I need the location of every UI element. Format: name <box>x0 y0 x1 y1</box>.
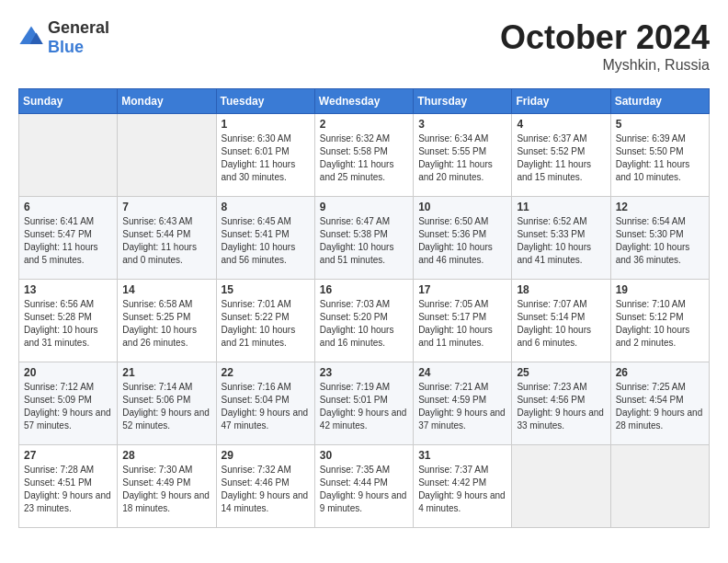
day-header-sunday: Sunday <box>19 89 118 114</box>
day-number: 3 <box>418 118 506 131</box>
calendar-cell: 8 Sunrise: 6:45 AM Sunset: 5:41 PM Dayli… <box>216 197 314 280</box>
sunset-text: Sunset: 4:51 PM <box>24 477 92 488</box>
day-info: Sunrise: 7:10 AM Sunset: 5:12 PM Dayligh… <box>616 298 704 350</box>
sunset-text: Sunset: 5:09 PM <box>24 395 92 405</box>
daylight-text: Daylight: 10 hours and 11 minutes. <box>418 325 493 348</box>
calendar-table: SundayMondayTuesdayWednesdayThursdayFrid… <box>18 88 710 528</box>
daylight-text: Daylight: 10 hours and 6 minutes. <box>517 325 591 348</box>
day-number: 11 <box>517 201 605 213</box>
calendar-cell: 28 Sunrise: 7:30 AM Sunset: 4:49 PM Dayl… <box>118 445 216 528</box>
day-info: Sunrise: 6:54 AM Sunset: 5:30 PM Dayligh… <box>616 215 704 267</box>
day-number: 31 <box>418 449 506 462</box>
logo-icon <box>18 25 44 51</box>
day-info: Sunrise: 6:56 AM Sunset: 5:28 PM Dayligh… <box>24 298 112 350</box>
sunrise-text: Sunrise: 7:25 AM <box>616 382 686 392</box>
day-number: 1 <box>222 118 310 131</box>
sunset-text: Sunset: 4:42 PM <box>418 477 486 488</box>
sunrise-text: Sunrise: 6:56 AM <box>24 299 94 309</box>
day-number: 21 <box>122 366 210 379</box>
day-header-monday: Monday <box>118 89 216 114</box>
daylight-text: Daylight: 9 hours and 4 minutes. <box>418 490 506 513</box>
calendar-cell: 4 Sunrise: 6:37 AM Sunset: 5:52 PM Dayli… <box>512 114 610 197</box>
calendar-cell: 3 Sunrise: 6:34 AM Sunset: 5:55 PM Dayli… <box>414 114 512 197</box>
day-number: 30 <box>320 449 408 462</box>
calendar-week-2: 6 Sunrise: 6:41 AM Sunset: 5:47 PM Dayli… <box>19 197 710 280</box>
calendar-cell: 16 Sunrise: 7:03 AM Sunset: 5:20 PM Dayl… <box>314 280 413 362</box>
sunset-text: Sunset: 5:22 PM <box>222 312 290 322</box>
daylight-text: Daylight: 9 hours and 42 minutes. <box>320 408 407 431</box>
calendar-cell: 17 Sunrise: 7:05 AM Sunset: 5:17 PM Dayl… <box>414 280 512 362</box>
day-info: Sunrise: 7:32 AM Sunset: 4:46 PM Dayligh… <box>222 464 310 515</box>
daylight-text: Daylight: 10 hours and 26 minutes. <box>122 325 197 348</box>
day-info: Sunrise: 6:41 AM Sunset: 5:47 PM Dayligh… <box>24 215 112 267</box>
day-number: 18 <box>517 283 605 296</box>
title-area: October 2024 Myshkin, Russia <box>500 18 710 74</box>
calendar-cell <box>512 445 610 528</box>
daylight-text: Daylight: 10 hours and 41 minutes. <box>517 242 591 265</box>
sunset-text: Sunset: 4:59 PM <box>418 395 486 405</box>
day-number: 12 <box>616 201 704 213</box>
sunrise-text: Sunrise: 6:34 AM <box>418 133 488 144</box>
daylight-text: Daylight: 9 hours and 9 minutes. <box>320 490 407 513</box>
day-number: 19 <box>616 283 704 296</box>
day-info: Sunrise: 6:32 AM Sunset: 5:58 PM Dayligh… <box>320 132 408 184</box>
sunrise-text: Sunrise: 7:16 AM <box>222 382 291 392</box>
daylight-text: Daylight: 9 hours and 47 minutes. <box>222 408 309 431</box>
daylight-text: Daylight: 10 hours and 56 minutes. <box>222 242 296 265</box>
daylight-text: Daylight: 10 hours and 2 minutes. <box>616 325 690 348</box>
day-header-saturday: Saturday <box>610 89 709 114</box>
day-number: 5 <box>616 118 704 131</box>
day-number: 10 <box>418 201 506 213</box>
day-info: Sunrise: 7:07 AM Sunset: 5:14 PM Dayligh… <box>517 298 605 350</box>
sunset-text: Sunset: 5:33 PM <box>517 229 585 239</box>
day-number: 29 <box>222 449 310 462</box>
sunset-text: Sunset: 5:58 PM <box>320 146 388 156</box>
day-number: 16 <box>320 283 408 296</box>
sunrise-text: Sunrise: 6:50 AM <box>418 216 488 226</box>
calendar-week-3: 13 Sunrise: 6:56 AM Sunset: 5:28 PM Dayl… <box>19 280 710 362</box>
calendar-cell: 2 Sunrise: 6:32 AM Sunset: 5:58 PM Dayli… <box>314 114 413 197</box>
sunset-text: Sunset: 4:54 PM <box>616 395 684 405</box>
calendar-cell: 5 Sunrise: 6:39 AM Sunset: 5:50 PM Dayli… <box>610 114 709 197</box>
calendar-cell: 24 Sunrise: 7:21 AM Sunset: 4:59 PM Dayl… <box>414 362 512 445</box>
sunrise-text: Sunrise: 7:19 AM <box>320 382 390 392</box>
day-number: 23 <box>320 366 408 379</box>
sunrise-text: Sunrise: 6:32 AM <box>320 133 390 144</box>
day-number: 2 <box>320 118 408 131</box>
page-header: General Blue October 2024 Myshkin, Russi… <box>18 18 710 74</box>
logo-text-blue: Blue <box>48 38 84 56</box>
sunset-text: Sunset: 5:41 PM <box>222 229 290 239</box>
sunrise-text: Sunrise: 6:39 AM <box>616 133 686 144</box>
calendar-cell: 13 Sunrise: 6:56 AM Sunset: 5:28 PM Dayl… <box>19 280 118 362</box>
calendar-cell: 27 Sunrise: 7:28 AM Sunset: 4:51 PM Dayl… <box>19 445 118 528</box>
sunrise-text: Sunrise: 7:37 AM <box>418 465 488 475</box>
sunrise-text: Sunrise: 7:23 AM <box>517 382 586 392</box>
sunrise-text: Sunrise: 7:21 AM <box>418 382 488 392</box>
day-info: Sunrise: 7:03 AM Sunset: 5:20 PM Dayligh… <box>320 298 408 350</box>
calendar-cell: 15 Sunrise: 7:01 AM Sunset: 5:22 PM Dayl… <box>216 280 314 362</box>
day-number: 14 <box>122 283 210 296</box>
daylight-text: Daylight: 10 hours and 36 minutes. <box>616 242 690 265</box>
day-info: Sunrise: 7:16 AM Sunset: 5:04 PM Dayligh… <box>222 381 310 432</box>
calendar-cell: 30 Sunrise: 7:35 AM Sunset: 4:44 PM Dayl… <box>314 445 413 528</box>
daylight-text: Daylight: 11 hours and 25 minutes. <box>320 159 394 182</box>
sunset-text: Sunset: 5:17 PM <box>418 312 486 322</box>
calendar-cell: 1 Sunrise: 6:30 AM Sunset: 6:01 PM Dayli… <box>216 114 314 197</box>
daylight-text: Daylight: 9 hours and 52 minutes. <box>122 408 210 431</box>
sunset-text: Sunset: 5:25 PM <box>122 312 190 322</box>
day-number: 4 <box>517 118 605 131</box>
sunset-text: Sunset: 5:55 PM <box>418 146 486 156</box>
sunrise-text: Sunrise: 7:10 AM <box>616 299 686 309</box>
calendar-week-4: 20 Sunrise: 7:12 AM Sunset: 5:09 PM Dayl… <box>19 362 710 445</box>
logo-text-general: General <box>48 18 109 37</box>
day-number: 6 <box>24 201 112 213</box>
sunrise-text: Sunrise: 7:12 AM <box>24 382 94 392</box>
calendar-cell: 26 Sunrise: 7:25 AM Sunset: 4:54 PM Dayl… <box>610 362 709 445</box>
calendar-cell: 9 Sunrise: 6:47 AM Sunset: 5:38 PM Dayli… <box>314 197 413 280</box>
calendar-cell: 29 Sunrise: 7:32 AM Sunset: 4:46 PM Dayl… <box>216 445 314 528</box>
daylight-text: Daylight: 11 hours and 20 minutes. <box>418 159 493 182</box>
sunset-text: Sunset: 4:46 PM <box>222 477 290 488</box>
daylight-text: Daylight: 9 hours and 37 minutes. <box>418 408 506 431</box>
day-header-thursday: Thursday <box>414 89 512 114</box>
sunrise-text: Sunrise: 6:43 AM <box>122 216 192 226</box>
